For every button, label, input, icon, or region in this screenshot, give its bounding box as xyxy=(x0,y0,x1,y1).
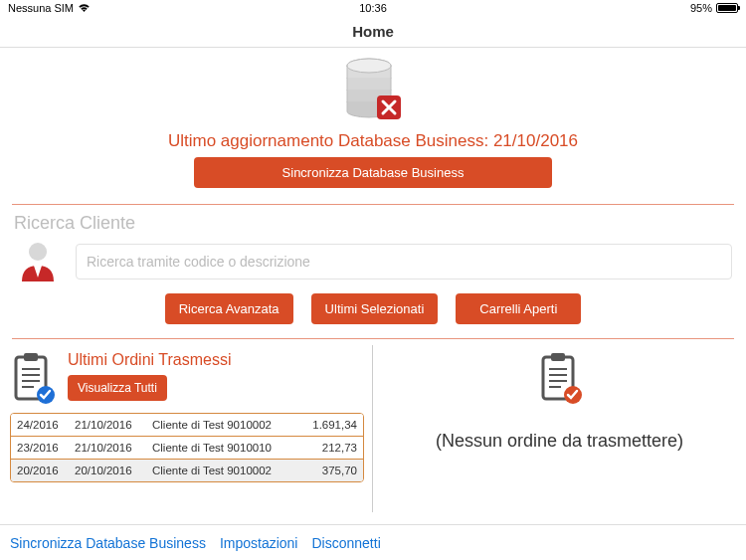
battery-pct-label: 95% xyxy=(690,2,712,14)
toolbar-logout-link[interactable]: Disconnetti xyxy=(311,535,380,551)
clipboard-check-icon xyxy=(10,351,56,405)
svg-point-3 xyxy=(29,243,47,261)
order-customer: Cliente di Test 9010002 xyxy=(152,419,295,431)
orders-transmitted-panel: Ultimi Ordini Trasmessi Visualizza Tutti… xyxy=(0,345,373,512)
orders-table: 24/2016 21/10/2016 Cliente di Test 90100… xyxy=(10,413,364,482)
page-title: Home xyxy=(352,23,394,40)
customer-icon xyxy=(14,238,62,285)
clock-label: 10:36 xyxy=(359,2,387,14)
search-row xyxy=(0,234,746,285)
advanced-search-button[interactable]: Ricerca Avanzata xyxy=(165,293,293,324)
last-update-label: Ultimo aggiornamento Database Business: … xyxy=(0,131,746,151)
table-row[interactable]: 20/2016 20/10/2016 Cliente di Test 90100… xyxy=(11,460,363,481)
order-amount: 1.691,34 xyxy=(301,419,357,431)
no-orders-label: (Nessun ordine da trasmettere) xyxy=(436,431,683,452)
open-carts-button[interactable]: Carrelli Aperti xyxy=(456,293,581,324)
order-id: 20/2016 xyxy=(17,465,69,476)
order-id: 24/2016 xyxy=(17,419,69,431)
table-row[interactable]: 23/2016 21/10/2016 Cliente di Test 90100… xyxy=(11,437,363,460)
order-customer: Cliente di Test 9010002 xyxy=(152,465,295,476)
svg-point-1 xyxy=(347,59,391,73)
order-date: 21/10/2016 xyxy=(75,442,146,454)
carrier-label: Nessuna SIM xyxy=(8,2,74,14)
status-bar: Nessuna SIM 10:36 95% xyxy=(0,0,746,16)
svg-rect-12 xyxy=(551,353,565,361)
toolbar-settings-link[interactable]: Impostazioni xyxy=(220,535,298,551)
view-all-orders-button[interactable]: Visualizza Tutti xyxy=(68,375,167,401)
order-amount: 375,70 xyxy=(301,465,357,476)
sync-section: Ultimo aggiornamento Database Business: … xyxy=(0,48,746,198)
divider xyxy=(12,338,734,339)
nav-bar: Home xyxy=(0,16,746,48)
order-date: 21/10/2016 xyxy=(75,419,146,431)
svg-rect-5 xyxy=(24,353,38,361)
last-selected-button[interactable]: Ultimi Selezionati xyxy=(311,293,439,324)
order-id: 23/2016 xyxy=(17,442,69,454)
order-customer: Cliente di Test 9010010 xyxy=(152,442,295,454)
toolbar-sync-link[interactable]: Sincronizza Database Business xyxy=(10,535,206,551)
search-buttons: Ricerca Avanzata Ultimi Selezionati Carr… xyxy=(0,293,746,332)
orders-pending-panel: (Nessun ordine da trasmettere) xyxy=(373,345,746,512)
wifi-icon xyxy=(78,3,91,13)
table-row[interactable]: 24/2016 21/10/2016 Cliente di Test 90100… xyxy=(11,414,363,437)
search-section-label: Ricerca Cliente xyxy=(0,211,746,234)
sync-db-button[interactable]: Sincronizza Database Business xyxy=(194,157,552,188)
divider xyxy=(12,204,734,205)
database-error-icon xyxy=(343,56,403,127)
bottom-toolbar: Sincronizza Database Business Impostazio… xyxy=(0,524,746,560)
order-amount: 212,73 xyxy=(301,442,357,454)
clipboard-pending-icon xyxy=(537,351,583,405)
orders-row: Ultimi Ordini Trasmessi Visualizza Tutti… xyxy=(0,345,746,512)
order-date: 20/10/2016 xyxy=(75,465,146,476)
search-input[interactable] xyxy=(76,244,732,280)
orders-transmitted-title: Ultimi Ordini Trasmessi xyxy=(68,351,231,369)
battery-icon xyxy=(716,3,738,13)
